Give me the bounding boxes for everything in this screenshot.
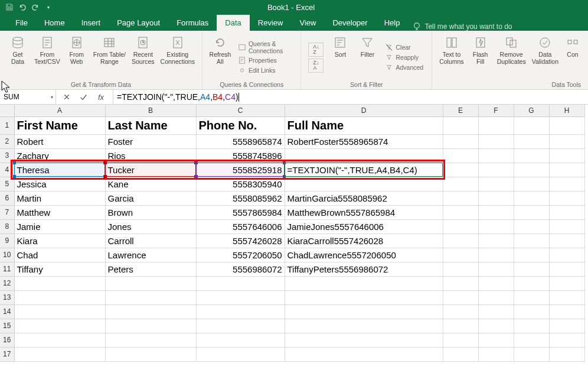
cell-C5[interactable]: 5558305940	[196, 177, 285, 191]
cell-D11[interactable]: TiffanyPeters5556986072	[285, 262, 443, 276]
tab-help[interactable]: Help	[376, 15, 409, 31]
cell-C9[interactable]: 5557426028	[196, 233, 285, 248]
cell-A2[interactable]: Robert	[14, 134, 105, 148]
cell-B16[interactable]	[105, 333, 196, 347]
cell-G4[interactable]	[514, 163, 549, 177]
cell-B9[interactable]: Carroll	[105, 233, 196, 248]
tab-file[interactable]: File	[7, 15, 36, 31]
cell-H11[interactable]	[549, 262, 584, 276]
cell-C15[interactable]	[196, 319, 285, 333]
cell-B17[interactable]	[105, 347, 196, 361]
cell-A11[interactable]: Tiffany	[14, 262, 105, 276]
tab-review[interactable]: Review	[250, 15, 292, 31]
tab-developer[interactable]: Developer	[324, 15, 375, 31]
cell-E11[interactable]	[443, 262, 478, 276]
cell-E16[interactable]	[443, 333, 478, 347]
cell-E8[interactable]	[443, 219, 478, 233]
cell-G6[interactable]	[514, 191, 549, 205]
cell-D5[interactable]	[285, 177, 443, 191]
cell-C2[interactable]: 5558965874	[196, 134, 285, 148]
col-header-G[interactable]: G	[514, 105, 549, 116]
cell-A9[interactable]: Kiara	[14, 233, 105, 248]
cell-B15[interactable]	[105, 319, 196, 333]
remove-duplicates-button[interactable]: Remove Duplicates	[495, 33, 528, 80]
row-header-17[interactable]: 17	[0, 347, 14, 361]
cell-E4[interactable]	[443, 163, 478, 177]
spreadsheet-grid[interactable]: ABCDEFGH1First NameLast NamePhone No.Ful…	[0, 105, 588, 373]
cell-H15[interactable]	[549, 319, 584, 333]
existing-connections-button[interactable]: Existing Connections	[158, 33, 197, 80]
cell-D17[interactable]	[285, 347, 443, 361]
row-header-6[interactable]: 6	[0, 191, 14, 205]
cell-F10[interactable]	[478, 248, 514, 262]
cell-F13[interactable]	[478, 290, 514, 304]
cell-F6[interactable]	[478, 191, 514, 205]
chevron-down-icon[interactable]: ▾	[51, 95, 53, 100]
cell-G8[interactable]	[514, 219, 549, 233]
cell-B1[interactable]: Last Name	[105, 116, 196, 134]
cell-B10[interactable]: Lawrence	[105, 248, 196, 262]
row-header-14[interactable]: 14	[0, 304, 14, 319]
cell-C7[interactable]: 5557865984	[196, 205, 285, 219]
cell-H8[interactable]	[549, 219, 584, 233]
col-header-H[interactable]: H	[549, 105, 584, 116]
get-data-button[interactable]: Get Data	[5, 33, 31, 80]
cell-A17[interactable]	[14, 347, 105, 361]
col-header-C[interactable]: C	[196, 105, 285, 116]
cell-B3[interactable]: Rios	[105, 148, 196, 163]
cell-B5[interactable]: Kane	[105, 177, 196, 191]
cell-D15[interactable]	[285, 319, 443, 333]
cell-H3[interactable]	[549, 148, 584, 163]
redo-icon[interactable]	[31, 2, 40, 12]
cell-G14[interactable]	[514, 304, 549, 319]
row-header-1[interactable]: 1	[0, 116, 14, 134]
col-header-E[interactable]: E	[443, 105, 478, 116]
cell-G11[interactable]	[514, 262, 549, 276]
cell-F15[interactable]	[478, 319, 514, 333]
cell-G2[interactable]	[514, 134, 549, 148]
row-header-11[interactable]: 11	[0, 262, 14, 276]
cell-D4[interactable]: =TEXTJOIN("-",TRUE,A4,B4,C4)	[285, 163, 443, 177]
cell-A1[interactable]: First Name	[14, 116, 105, 134]
cell-G13[interactable]	[514, 290, 549, 304]
recent-sources-button[interactable]: Recent Sources	[129, 33, 157, 80]
filter-button[interactable]: Filter	[354, 33, 380, 80]
cell-C4[interactable]: 5558525918	[196, 163, 285, 177]
tell-me[interactable]: Tell me what you want to do	[408, 22, 512, 31]
cell-H4[interactable]	[549, 163, 584, 177]
sort-za-button[interactable]: Z↓A	[308, 59, 324, 73]
cell-F7[interactable]	[478, 205, 514, 219]
cell-H12[interactable]	[549, 276, 584, 290]
cell-F9[interactable]	[478, 233, 514, 248]
cell-C8[interactable]: 5557646006	[196, 219, 285, 233]
cell-G16[interactable]	[514, 333, 549, 347]
cell-E12[interactable]	[443, 276, 478, 290]
cell-F8[interactable]	[478, 219, 514, 233]
cell-C11[interactable]: 5556986072	[196, 262, 285, 276]
cell-G17[interactable]	[514, 347, 549, 361]
cell-G3[interactable]	[514, 148, 549, 163]
cell-G10[interactable]	[514, 248, 549, 262]
cell-D13[interactable]	[285, 290, 443, 304]
cell-F12[interactable]	[478, 276, 514, 290]
cell-G5[interactable]	[514, 177, 549, 191]
cell-B12[interactable]	[105, 276, 196, 290]
cell-G7[interactable]	[514, 205, 549, 219]
cell-A12[interactable]	[14, 276, 105, 290]
cell-E6[interactable]	[443, 191, 478, 205]
cell-C16[interactable]	[196, 333, 285, 347]
cell-C17[interactable]	[196, 347, 285, 361]
clear-button[interactable]: Clear	[384, 43, 424, 52]
cell-B4[interactable]: Tucker	[105, 163, 196, 177]
formula-input[interactable]: =TEXTJOIN("-",TRUE,A4,B4,C4)	[113, 90, 588, 104]
cell-C14[interactable]	[196, 304, 285, 319]
cell-E10[interactable]	[443, 248, 478, 262]
text-to-columns-button[interactable]: Text to Columns	[437, 33, 466, 80]
cell-E14[interactable]	[443, 304, 478, 319]
from-text-csv-button[interactable]: From Text/CSV	[32, 33, 63, 80]
tab-view[interactable]: View	[291, 15, 324, 31]
cell-G1[interactable]	[514, 116, 549, 134]
cancel-icon[interactable]	[62, 92, 71, 102]
tab-home[interactable]: Home	[36, 15, 73, 31]
col-header-F[interactable]: F	[478, 105, 514, 116]
